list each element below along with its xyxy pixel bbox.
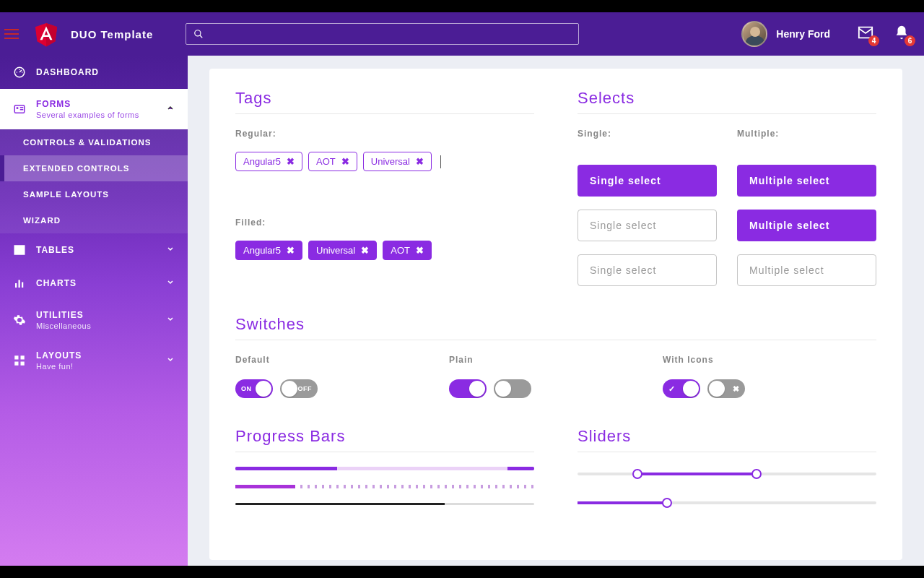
close-icon[interactable]: ✖ [416, 245, 424, 256]
sidebar-item-sublabel: Several examples of forms [36, 111, 139, 119]
switch-default-on[interactable]: ON [235, 379, 273, 398]
search-input[interactable] [209, 29, 571, 40]
switch-plain-on[interactable] [449, 379, 487, 398]
sidebar-item-label: TABLES [36, 245, 74, 255]
svg-point-9 [17, 107, 19, 109]
tags-filled-label: Filled: [235, 217, 534, 228]
gear-icon [13, 314, 26, 327]
switch-icons-label: With Icons [663, 355, 876, 365]
mail-icon[interactable]: 4 [858, 25, 873, 43]
hamburger-menu[interactable] [4, 29, 19, 39]
chevron-down-icon [166, 315, 175, 326]
sidebar-sub-wizard[interactable]: WIZARD [0, 207, 188, 233]
sidebar-item-label: DASHBOARD [36, 67, 99, 77]
sidebar-utilities[interactable]: UTILITIES Miscellaneous [0, 300, 188, 340]
tags-title: Tags [235, 89, 534, 108]
sidebar-layouts[interactable]: LAYOUTS Have fun! [0, 340, 188, 381]
close-icon[interactable]: ✖ [287, 156, 295, 167]
tag-item[interactable]: Universal✖ [363, 152, 432, 171]
sidebar-sub-controls[interactable]: CONTROLS & VALIDATIONS [0, 129, 188, 155]
body: DASHBOARD FORMS Several examples of form… [0, 56, 924, 566]
svg-line-3 [200, 35, 203, 38]
chevron-down-icon [166, 278, 175, 289]
tags-regular: Angular5✖ AOT✖ Universal✖ [235, 152, 534, 171]
sidebar-tables[interactable]: TABLES [0, 233, 188, 267]
svg-rect-10 [14, 246, 25, 254]
sliders-title: Sliders [578, 427, 876, 446]
divider [235, 113, 534, 114]
tag-item[interactable]: Angular5✖ [235, 152, 302, 171]
sidebar-item-label: CHARTS [36, 278, 77, 288]
tag-item[interactable]: AOT✖ [383, 241, 432, 260]
sidebar: DASHBOARD FORMS Several examples of form… [0, 56, 188, 566]
letterbox-top [0, 0, 924, 12]
tag-item[interactable]: AOT✖ [308, 152, 357, 171]
sidebar-item-sublabel: Have fun! [36, 362, 82, 371]
single-select-outline[interactable]: Single select [578, 254, 717, 286]
tag-item[interactable]: Angular5✖ [235, 241, 302, 260]
sidebar-sub-extended[interactable]: EXTENDED CONTROLS [0, 155, 188, 181]
multiple-select-solid[interactable]: Multiple select [737, 210, 876, 241]
close-icon[interactable]: ✖ [287, 245, 295, 256]
user-name: Henry Ford [776, 28, 830, 40]
single-select-solid[interactable]: Single select [578, 165, 717, 197]
svg-rect-12 [19, 280, 20, 288]
switch-plain-off[interactable] [494, 379, 531, 398]
sidebar-forms[interactable]: FORMS Several examples of forms [0, 89, 188, 129]
svg-point-7 [22, 72, 23, 73]
bell-icon[interactable]: 6 [894, 25, 910, 43]
logo-area: DUO Template [33, 20, 153, 48]
switch-icon-on[interactable]: ✓ [663, 379, 700, 398]
svg-rect-15 [21, 355, 25, 359]
svg-marker-1 [46, 23, 57, 47]
slider-handle-high[interactable] [751, 469, 762, 479]
search-box[interactable] [186, 23, 579, 45]
svg-rect-16 [14, 362, 18, 366]
sliders-section: Sliders [578, 427, 876, 530]
header: DUO Template Henry Ford 4 6 [0, 12, 924, 56]
single-slider[interactable] [578, 501, 876, 504]
switch-default-off[interactable]: OFF [280, 379, 318, 398]
progress-title: Progress Bars [235, 427, 534, 446]
check-icon: ✓ [668, 384, 675, 394]
avatar[interactable] [741, 21, 767, 47]
single-select-outline[interactable]: Single select [578, 210, 717, 241]
tables-icon [13, 243, 26, 256]
bell-badge: 6 [905, 35, 915, 46]
progress-bar-3 [235, 503, 534, 505]
app-root: DUO Template Henry Ford 4 6 DASHBOARD [0, 12, 924, 566]
grid-icon [13, 354, 26, 367]
single-select-label: Single: [578, 129, 717, 139]
svg-point-5 [17, 72, 18, 73]
chevron-down-icon [166, 355, 175, 366]
sidebar-sub-sample[interactable]: SAMPLE LAYOUTS [0, 181, 188, 207]
progress-section: Progress Bars [235, 427, 534, 530]
svg-rect-13 [22, 282, 23, 288]
close-icon[interactable]: ✖ [416, 156, 424, 167]
close-icon[interactable]: ✖ [341, 156, 349, 167]
slider-handle[interactable] [662, 498, 672, 508]
svg-rect-14 [14, 355, 18, 359]
close-icon[interactable]: ✖ [361, 245, 369, 256]
tags-regular-label: Regular: [235, 129, 534, 139]
switch-icon-off[interactable]: ✖ [707, 379, 745, 398]
svg-rect-17 [21, 362, 25, 366]
forms-icon [13, 103, 26, 116]
divider [578, 113, 876, 114]
sidebar-item-sublabel: Miscellaneous [36, 322, 91, 330]
tag-item[interactable]: Universal✖ [308, 241, 377, 260]
main-card: Tags Regular: Angular5✖ AOT✖ Universal✖ … [209, 69, 902, 560]
sidebar-dashboard[interactable]: DASHBOARD [0, 56, 188, 89]
multiple-select-solid[interactable]: Multiple select [737, 165, 876, 197]
slider-handle-low[interactable] [632, 469, 642, 479]
tag-input-caret[interactable] [440, 155, 441, 168]
range-slider[interactable] [578, 473, 876, 475]
sidebar-charts[interactable]: CHARTS [0, 267, 188, 300]
switch-plain-label: Plain [449, 355, 663, 365]
multiple-select-outline[interactable]: Multiple select [737, 254, 876, 286]
progress-bar-2 [235, 485, 534, 488]
chevron-up-icon [166, 104, 175, 115]
app-title: DUO Template [71, 28, 153, 40]
dashboard-icon [13, 66, 26, 79]
user-area[interactable]: Henry Ford [741, 21, 830, 47]
